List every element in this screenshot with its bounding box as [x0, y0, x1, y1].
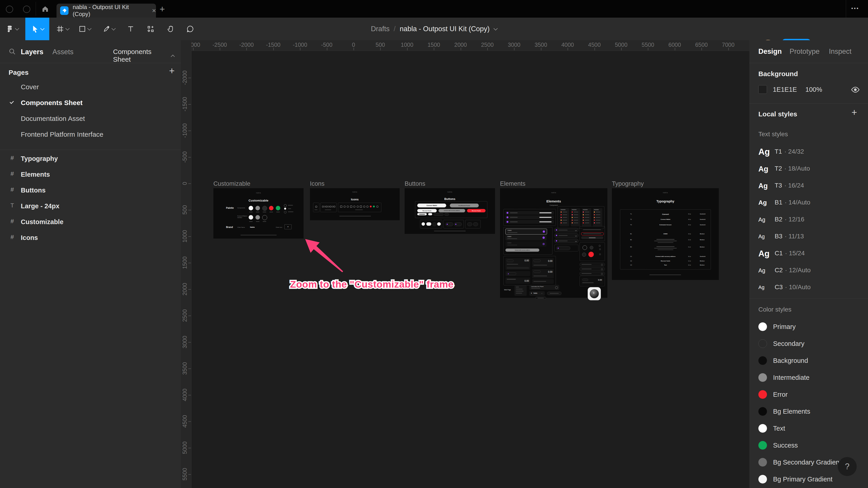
sidebar-page-item[interactable]: Documentation Asset: [0, 111, 181, 127]
ruler-x-label: 1000: [401, 41, 413, 48]
text-style-row[interactable]: AgT3· 16/24: [749, 177, 868, 194]
text-style-row[interactable]: AgB2· 12/16: [749, 211, 868, 228]
input-bar: [582, 273, 592, 274]
tab-prototype[interactable]: Prototype: [789, 47, 819, 56]
frame-customizable[interactable]: nabla Customizable Palette Components Fr…: [213, 188, 304, 238]
background-opacity-value[interactable]: 100%: [805, 86, 822, 93]
text-style-row[interactable]: AgB3· 11/13: [749, 228, 868, 245]
shape-tool-icon[interactable]: [75, 18, 94, 40]
mini-icon: [353, 205, 355, 207]
frame-typography[interactable]: nabla Typography T1Convert24 ptSemiboldT…: [612, 188, 719, 280]
token-bar: [585, 220, 589, 221]
breadcrumb-location[interactable]: Drafts: [371, 25, 390, 33]
frame-title-elements[interactable]: Elements: [500, 180, 526, 187]
toggle-group-3: [465, 220, 480, 228]
ruler-y-tick: [188, 131, 191, 131]
text-style-row[interactable]: AgT2· 18/Auto: [749, 160, 868, 177]
local-styles-header: Local styles: [758, 110, 797, 118]
window-circle-icon[interactable]: [6, 6, 13, 13]
sidebar-page-item[interactable]: Components Sheet: [0, 95, 181, 111]
mini-icon: [363, 205, 365, 207]
add-style-button[interactable]: +: [851, 107, 857, 118]
color-style-row[interactable]: Error: [749, 386, 868, 403]
layer-item-icons[interactable]: #Icons: [0, 230, 181, 246]
text-style-row[interactable]: AgC3· 10/Auto: [749, 279, 868, 295]
frame-tool-icon[interactable]: [54, 18, 71, 40]
background-color-swatch[interactable]: [758, 85, 767, 94]
hand-tool-icon[interactable]: [163, 18, 178, 40]
ruler-y-label: 1000: [182, 230, 188, 242]
frame-icons[interactable]: nabla Icons: [310, 188, 400, 220]
text-tool-icon[interactable]: [124, 18, 137, 40]
ruler-x-label: 4500: [588, 41, 601, 48]
layer-name: Large - 24px: [21, 202, 59, 210]
ruler-x-tick: [702, 48, 702, 51]
add-page-button[interactable]: +: [169, 66, 175, 76]
tab-design[interactable]: Design: [758, 47, 782, 56]
frame-elements[interactable]: nabla Elements Component OSMO OSMO OSMO …: [500, 188, 608, 298]
ruler-y-label: 0: [182, 182, 188, 185]
color-style-row[interactable]: Success: [749, 437, 868, 454]
ruler-x-tick: [246, 48, 247, 51]
new-tab-icon[interactable]: +: [160, 4, 165, 14]
tab-close-icon[interactable]: ×: [152, 7, 156, 14]
tab-assets[interactable]: Assets: [53, 48, 73, 56]
ruler-y-tick: [188, 421, 191, 422]
frame-title-typography[interactable]: Typography: [612, 180, 644, 187]
type-row-size: 15 pt: [688, 256, 691, 257]
color-style-name: Bg Primary Gradient: [773, 476, 833, 483]
mini-icon: [340, 205, 342, 207]
tab-inspect[interactable]: Inspect: [829, 47, 851, 56]
input-bar: [582, 264, 592, 265]
tab-layers[interactable]: Layers: [21, 48, 43, 56]
token-bar: [574, 212, 578, 213]
window-circle-icon[interactable]: [23, 6, 30, 13]
home-icon[interactable]: [41, 5, 49, 14]
ruler-y-tick: [188, 395, 191, 395]
layer-item-buttons[interactable]: #Buttons: [0, 183, 181, 198]
help-button[interactable]: ?: [838, 457, 857, 476]
color-style-row[interactable]: Bg Elements: [749, 403, 868, 420]
type-row-name: Recover funds: [645, 260, 686, 262]
move-tool-selected[interactable]: [25, 18, 49, 40]
layer-item-customizable[interactable]: #Customizable: [0, 214, 181, 230]
chain-select-mini-card: ▼ Nabla: [529, 291, 545, 296]
frame-title-buttons[interactable]: Buttons: [405, 180, 426, 187]
frame-buttons[interactable]: nabla Buttons Connect WalletInsufficient…: [405, 188, 495, 234]
sidebar-page-item[interactable]: Cover: [0, 79, 181, 95]
text-style-row[interactable]: AgB1· 14/Auto: [749, 194, 868, 211]
layer-item-typography[interactable]: #Typography: [0, 151, 181, 167]
visibility-eye-icon[interactable]: [850, 85, 860, 95]
color-style-row[interactable]: Text: [749, 420, 868, 437]
color-style-row[interactable]: Intermediate: [749, 369, 868, 386]
palette-swatch: [276, 206, 280, 210]
page-selector-label: Components Sheet: [113, 48, 167, 63]
text-style-row[interactable]: AgC1· 15/24: [749, 245, 868, 262]
canvas[interactable]: -3000-2500-2000-1500-1000-50005001000150…: [181, 40, 749, 488]
ruler-x-tick: [273, 48, 274, 51]
browser-menu-icon[interactable]: •••: [851, 5, 859, 11]
text-style-row[interactable]: AgC2· 12/Auto: [749, 262, 868, 279]
color-style-row[interactable]: Secondary: [749, 335, 868, 352]
layer-item-elements[interactable]: #Elements: [0, 167, 181, 183]
component-tool-icon[interactable]: [143, 18, 158, 40]
search-icon[interactable]: [8, 47, 16, 57]
main-menu-figma-icon[interactable]: [4, 18, 20, 40]
sidebar-page-item[interactable]: Frontend Platform Interface: [0, 127, 181, 142]
type-row-name-bar: [657, 242, 673, 243]
frame-title-icons[interactable]: Icons: [310, 180, 324, 187]
color-style-row[interactable]: Primary: [749, 318, 868, 335]
mini-icon: [344, 205, 346, 207]
token-bar: [596, 215, 600, 215]
page-selector[interactable]: Components Sheet: [113, 48, 174, 63]
color-style-row[interactable]: Background: [749, 352, 868, 369]
color-style-swatch: [758, 322, 767, 331]
text-style-row[interactable]: AgT1· 24/32: [749, 143, 868, 160]
frame-title-customizable[interactable]: Customizable: [213, 180, 250, 187]
breadcrumb-file-name[interactable]: nabla - Outpost UI Kit (Copy): [400, 25, 490, 33]
comment-tool-icon[interactable]: [183, 18, 197, 40]
layer-item-large-24px[interactable]: TLarge - 24px: [0, 198, 181, 214]
pen-tool-icon[interactable]: [99, 18, 119, 40]
background-hex-value[interactable]: 1E1E1E: [773, 86, 797, 93]
browser-tab[interactable]: nabla - Outpost UI Kit (Copy) ×: [57, 4, 156, 18]
